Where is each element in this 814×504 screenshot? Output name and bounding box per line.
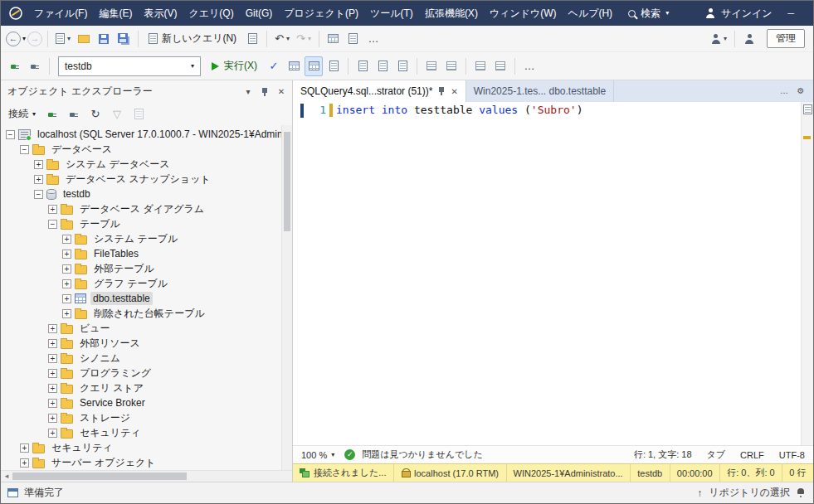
settings-gear-icon[interactable]: ⚙: [793, 84, 808, 99]
close-icon[interactable]: ✕: [451, 87, 457, 96]
scroll-left-icon[interactable]: ◂: [1, 472, 12, 480]
collapse-icon[interactable]: −: [20, 145, 29, 154]
snippets-button[interactable]: [373, 56, 392, 76]
expand-icon[interactable]: +: [62, 235, 71, 244]
expand-icon[interactable]: +: [48, 205, 57, 214]
save-button[interactable]: [95, 29, 113, 49]
menu-item-2[interactable]: 表示(V): [138, 1, 183, 26]
expand-icon[interactable]: +: [48, 414, 57, 423]
tree-row[interactable]: +削除された台帳テーブル: [1, 306, 281, 321]
connection-segment[interactable]: 0 行: [782, 464, 813, 482]
parse-query-icon[interactable]: ✓: [265, 56, 283, 76]
menu-item-9[interactable]: ヘルプ(H): [563, 1, 619, 26]
more-documents-icon[interactable]: …: [777, 84, 792, 99]
scrollbar-thumb[interactable]: [12, 472, 187, 480]
filter-icon[interactable]: ▽: [108, 104, 126, 124]
expand-icon[interactable]: +: [48, 369, 57, 378]
expand-icon[interactable]: +: [48, 399, 57, 408]
connection-segment[interactable]: localhost (17.0 RTM): [394, 464, 506, 482]
database-combobox[interactable]: testdb ▾: [58, 56, 201, 76]
tree-row[interactable]: +データベース ダイアグラム: [1, 201, 281, 216]
menu-item-4[interactable]: Git(G): [240, 1, 279, 26]
editor-vertical-scrollbar[interactable]: [801, 102, 813, 445]
tree-row[interactable]: +FileTables: [1, 246, 281, 261]
menu-item-0[interactable]: ファイル(F): [28, 1, 93, 26]
tree-row[interactable]: +グラフ テーブル: [1, 276, 281, 291]
new-query-button[interactable]: 新しいクエリ(N): [144, 29, 241, 49]
menu-item-5[interactable]: プロジェクト(P): [278, 1, 364, 26]
expand-icon[interactable]: +: [62, 294, 71, 303]
refresh-icon[interactable]: ↻: [86, 104, 105, 124]
new-file-button[interactable]: ▾: [53, 29, 73, 49]
expand-icon[interactable]: +: [48, 384, 57, 393]
uncomment-button[interactable]: [442, 56, 461, 76]
menu-item-3[interactable]: クエリ(Q): [183, 1, 239, 26]
zoom-control[interactable]: 100 % ▾: [298, 450, 338, 460]
undo-button[interactable]: ↶▾: [272, 29, 292, 49]
query-options-button[interactable]: [324, 56, 343, 76]
menu-item-6[interactable]: ツール(T): [364, 1, 419, 26]
tree-row[interactable]: +ストレージ: [1, 410, 281, 425]
navigate-back-button[interactable]: ←: [6, 32, 21, 46]
connection-segment[interactable]: 行: 0、列: 0: [720, 464, 782, 482]
cursor-position[interactable]: 行: 1, 文字: 18: [634, 448, 692, 461]
xml-editor-button[interactable]: [344, 29, 363, 49]
menu-item-7[interactable]: 拡張機能(X): [419, 1, 484, 26]
open-file-button[interactable]: [75, 29, 93, 49]
pin-icon[interactable]: [257, 85, 272, 99]
problems-message[interactable]: 問題は見つかりませんでした: [362, 448, 483, 461]
connect-dropdown-button[interactable]: 接続 ▾: [4, 107, 40, 121]
toolbar-overflow-icon[interactable]: …: [364, 29, 383, 49]
code-editor[interactable]: 1 insert into testtable values ('Subro'): [293, 102, 813, 445]
tree-row[interactable]: +外部テーブル: [1, 261, 281, 276]
connection-segment[interactable]: WIN2025-1¥Administrato...: [507, 464, 631, 482]
tree-row[interactable]: −テーブル: [1, 216, 281, 231]
expand-icon[interactable]: +: [20, 458, 29, 468]
navigation-history-chevron-icon[interactable]: ▾: [22, 36, 26, 42]
tree-horizontal-scrollbar[interactable]: ◂: [1, 470, 292, 482]
connect-button[interactable]: [6, 56, 24, 76]
close-icon[interactable]: ✕: [274, 85, 289, 99]
tree-row[interactable]: +システム データベース: [1, 157, 281, 172]
indent-button[interactable]: [471, 56, 490, 76]
expand-icon[interactable]: +: [48, 324, 57, 333]
expand-icon[interactable]: +: [48, 339, 57, 348]
select-repository-button[interactable]: リポジトリの選択: [709, 486, 790, 500]
script-button[interactable]: [129, 104, 148, 124]
navigate-forward-button[interactable]: →: [27, 32, 42, 46]
tree-row[interactable]: +ビュー: [1, 321, 281, 336]
expand-icon[interactable]: +: [48, 354, 57, 363]
notifications-bell-icon[interactable]: [797, 488, 805, 497]
maximize-button[interactable]: □: [810, 1, 814, 26]
expand-icon[interactable]: +: [62, 279, 71, 288]
comment-button[interactable]: [422, 56, 441, 76]
tree-row[interactable]: +Service Broker: [1, 395, 281, 410]
profile-button[interactable]: ▾: [709, 29, 729, 49]
tree-row[interactable]: −testdb: [1, 187, 281, 201]
tree-row[interactable]: −データベース: [1, 142, 281, 157]
tree-row[interactable]: −localhost (SQL Server 17.0.1000.7 - WIN…: [1, 127, 281, 142]
tree-row[interactable]: +シノニム: [1, 351, 281, 366]
encoding[interactable]: UTF-8: [779, 450, 805, 460]
toolbar-overflow-icon[interactable]: …: [520, 56, 539, 76]
expand-icon[interactable]: +: [62, 250, 71, 259]
tree-row[interactable]: +プログラミング: [1, 366, 281, 380]
execute-button[interactable]: 実行(X): [206, 56, 263, 76]
pin-icon[interactable]: [437, 86, 446, 96]
selection-margin[interactable]: [293, 102, 310, 445]
tree-row[interactable]: +セキュリティ: [1, 425, 281, 440]
menu-item-8[interactable]: ウィンドウ(W): [484, 1, 563, 26]
collapse-icon[interactable]: −: [34, 190, 43, 199]
search-control[interactable]: 検索 ▾: [628, 7, 669, 21]
tree-row[interactable]: +クエリ ストア: [1, 380, 281, 395]
change-connection-button[interactable]: [26, 56, 44, 76]
connect-server-button[interactable]: [43, 104, 61, 124]
intellisense-button[interactable]: [353, 56, 372, 76]
manage-button[interactable]: 管理: [767, 29, 805, 48]
scrollbar-thumb[interactable]: [284, 132, 290, 231]
background-tasks-icon[interactable]: [7, 488, 18, 497]
results-to-grid-button[interactable]: [305, 56, 323, 76]
activity-monitor-button[interactable]: [324, 29, 343, 49]
save-all-button[interactable]: [115, 29, 133, 49]
document-tab-1[interactable]: Win2025-1.tes... dbo.testtable: [466, 80, 614, 102]
